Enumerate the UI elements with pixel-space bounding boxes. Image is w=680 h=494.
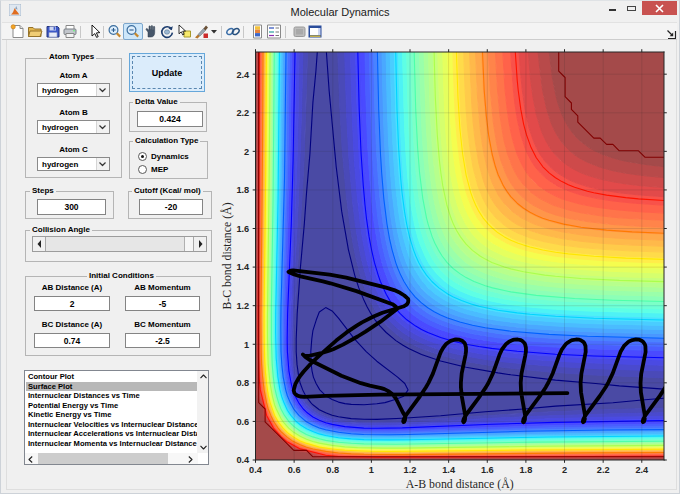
svg-text:2.2: 2.2: [236, 108, 249, 118]
svg-text:1.2: 1.2: [404, 465, 417, 475]
svg-text:B-C bond distance (Å): B-C bond distance (Å): [220, 202, 234, 309]
svg-text:1.2: 1.2: [236, 301, 249, 311]
svg-text:0.4: 0.4: [249, 465, 263, 475]
svg-text:1.4: 1.4: [442, 465, 456, 475]
svg-text:0.8: 0.8: [236, 378, 249, 388]
svg-text:2: 2: [562, 465, 567, 475]
svg-text:1: 1: [369, 465, 374, 475]
svg-text:2.4: 2.4: [236, 70, 250, 80]
svg-text:A-B bond distance (Å): A-B bond distance (Å): [406, 477, 514, 491]
svg-text:1: 1: [244, 340, 249, 350]
svg-text:1.4: 1.4: [236, 262, 250, 272]
svg-text:1.8: 1.8: [520, 465, 533, 475]
svg-text:2.2: 2.2: [597, 465, 610, 475]
svg-text:1.8: 1.8: [236, 185, 249, 195]
svg-text:1.6: 1.6: [236, 224, 249, 234]
svg-text:0.6: 0.6: [236, 417, 249, 427]
svg-text:0.8: 0.8: [326, 465, 339, 475]
svg-text:0.4: 0.4: [236, 455, 250, 465]
svg-text:2.4: 2.4: [635, 465, 649, 475]
svg-text:1.6: 1.6: [481, 465, 494, 475]
svg-text:0.6: 0.6: [288, 465, 301, 475]
svg-text:2: 2: [244, 147, 249, 157]
